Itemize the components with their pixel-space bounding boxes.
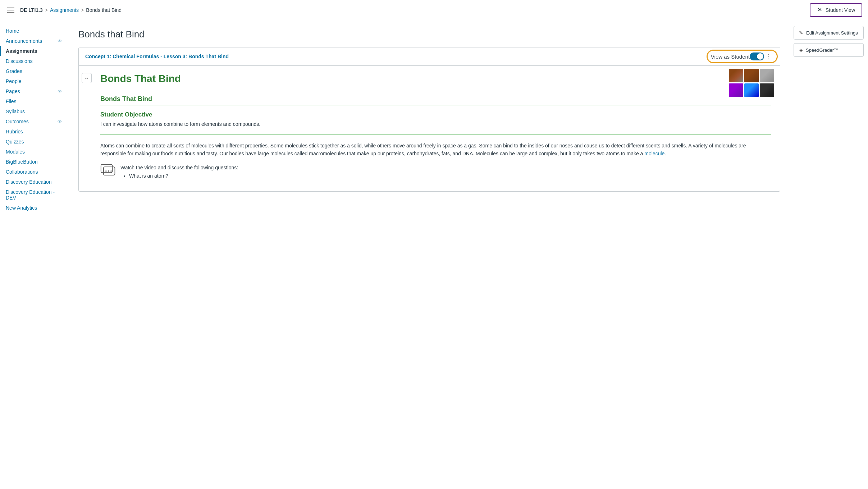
page-layout: Home Announcements 👁 Assignments Discuss…	[0, 20, 868, 489]
discussion-questions-list: What is an atom?	[129, 172, 238, 180]
video-prompt-text: Watch the video and discuss the followin…	[120, 164, 238, 172]
expand-button[interactable]: ↔	[82, 73, 92, 83]
hamburger-line-3	[7, 12, 14, 13]
more-options-button[interactable]: ⋮	[764, 52, 773, 60]
svg-point-4	[110, 170, 112, 172]
concept-label: Concept 1: Chemical Formulas - Lesson 3:…	[85, 54, 229, 59]
page-title: Bonds that Bind	[78, 29, 780, 40]
hamburger-line-1	[7, 8, 14, 8]
hamburger-line-2	[7, 10, 14, 10]
view-as-student-label: View as Student	[711, 54, 750, 60]
section-divider	[100, 134, 771, 134]
section1-heading: Bonds That Bind	[100, 95, 771, 105]
speedgrader-button[interactable]: ◈ SpeedGrader™	[794, 43, 864, 57]
edit-assignment-label: Edit Assignment Settings	[806, 30, 858, 36]
sidebar-label-discovery-education-dev: Discovery Education - DEV	[6, 189, 62, 201]
content-inner: Bonds That Bind Bonds That Bind Student …	[100, 73, 771, 180]
assignments-breadcrumb-link[interactable]: Assignments	[50, 7, 79, 13]
sidebar-item-home[interactable]: Home	[0, 26, 68, 36]
sidebar-item-collaborations[interactable]: Collaborations	[0, 167, 68, 177]
visibility-icon-pages: 👁	[58, 89, 62, 94]
body-paragraph: Atoms can combine to create all sorts of…	[100, 142, 771, 158]
sidebar-item-discovery-education[interactable]: Discovery Education	[0, 177, 68, 187]
sidebar-label-rubrics: Rubrics	[6, 129, 23, 134]
content-body: ↔ Bonds That Bind Bonds That Bind Studen…	[79, 66, 780, 191]
edit-assignment-icon: ✎	[799, 30, 803, 36]
course-label: DE LTI1.3	[20, 7, 43, 13]
sidebar-label-people: People	[6, 78, 22, 84]
student-view-button[interactable]: 👁 Student View	[810, 3, 862, 17]
body-text-end: .	[664, 151, 666, 156]
sidebar-item-bigbluebutton[interactable]: BigBlueButton	[0, 157, 68, 167]
mineral-image-4	[729, 83, 743, 97]
student-objective-text: I can investigate how atoms combine to f…	[100, 121, 771, 127]
student-view-icon: 👁	[817, 7, 823, 13]
content-main-title: Bonds That Bind	[100, 73, 771, 84]
sidebar-label-assignments: Assignments	[6, 48, 37, 54]
svg-point-2	[105, 170, 107, 172]
video-discussion-section: Watch the video and discuss the followin…	[100, 164, 771, 181]
view-as-student-wrapper: View as Student ⋮	[711, 52, 773, 60]
lesson-images-grid	[729, 69, 774, 97]
sidebar-label-home: Home	[6, 28, 19, 34]
expand-icon: ↔	[84, 75, 89, 81]
sidebar-label-discussions: Discussions	[6, 58, 33, 64]
top-navigation: DE LTI1.3 > Assignments > Bonds that Bin…	[0, 0, 868, 20]
mineral-image-3	[760, 69, 774, 82]
main-content: Bonds that Bind Concept 1: Chemical Form…	[68, 20, 789, 489]
video-text-container: Watch the video and discuss the followin…	[120, 164, 238, 181]
breadcrumb-sep-1: >	[45, 7, 48, 13]
speedgrader-label: SpeedGrader™	[806, 47, 839, 53]
student-view-label: Student View	[826, 7, 855, 13]
molecule-link[interactable]: molecule	[644, 151, 664, 156]
visibility-icon-outcomes: 👁	[58, 119, 62, 124]
sidebar-label-bigbluebutton: BigBlueButton	[6, 159, 38, 165]
mineral-image-1	[729, 69, 743, 82]
speedgrader-icon: ◈	[799, 47, 803, 53]
breadcrumb-sep-2: >	[81, 7, 84, 13]
sidebar-label-announcements: Announcements	[6, 38, 42, 44]
right-sidebar: ✎ Edit Assignment Settings ◈ SpeedGrader…	[789, 20, 868, 489]
view-as-student-toggle[interactable]	[750, 52, 764, 60]
sidebar-label-files: Files	[6, 99, 17, 104]
sidebar-label-pages: Pages	[6, 88, 20, 94]
sidebar-item-people[interactable]: People	[0, 76, 68, 86]
breadcrumb: DE LTI1.3 > Assignments > Bonds that Bin…	[20, 7, 122, 13]
sidebar-item-pages[interactable]: Pages 👁	[0, 86, 68, 96]
sidebar-label-modules: Modules	[6, 149, 25, 155]
svg-rect-1	[104, 167, 115, 175]
mineral-image-6	[760, 83, 774, 97]
mineral-image-5	[744, 83, 759, 97]
discussion-question-1: What is an atom?	[129, 172, 238, 180]
sidebar-item-rubrics[interactable]: Rubrics	[0, 127, 68, 137]
sidebar-item-quizzes[interactable]: Quizzes	[0, 137, 68, 147]
sidebar-label-syllabus: Syllabus	[6, 109, 25, 114]
sidebar-label-discovery-education: Discovery Education	[6, 179, 52, 185]
assignment-content-card: Concept 1: Chemical Formulas - Lesson 3:…	[78, 47, 780, 192]
sidebar-label-collaborations: Collaborations	[6, 169, 38, 175]
left-sidebar: Home Announcements 👁 Assignments Discuss…	[0, 20, 68, 489]
student-objective-heading: Student Objective	[100, 111, 771, 118]
sidebar-label-grades: Grades	[6, 68, 22, 74]
sidebar-item-discussions[interactable]: Discussions	[0, 56, 68, 66]
hamburger-menu-button[interactable]	[6, 6, 16, 14]
sidebar-item-files[interactable]: Files	[0, 96, 68, 106]
sidebar-item-announcements[interactable]: Announcements 👁	[0, 36, 68, 46]
content-card-header: Concept 1: Chemical Formulas - Lesson 3:…	[79, 47, 780, 66]
sidebar-item-new-analytics[interactable]: New Analytics	[0, 203, 68, 213]
current-page-breadcrumb: Bonds that Bind	[86, 7, 122, 13]
sidebar-item-discovery-education-dev[interactable]: Discovery Education - DEV	[0, 187, 68, 203]
mineral-image-2	[744, 69, 759, 82]
sidebar-label-quizzes: Quizzes	[6, 139, 24, 145]
edit-assignment-settings-button[interactable]: ✎ Edit Assignment Settings	[794, 26, 864, 40]
sidebar-label-outcomes: Outcomes	[6, 119, 29, 124]
svg-point-3	[108, 170, 109, 172]
sidebar-item-syllabus[interactable]: Syllabus	[0, 106, 68, 116]
sidebar-label-new-analytics: New Analytics	[6, 205, 37, 211]
visibility-icon-announcements: 👁	[58, 38, 62, 44]
chat-bubble-icon	[100, 164, 116, 177]
sidebar-item-assignments[interactable]: Assignments	[0, 46, 68, 56]
sidebar-item-grades[interactable]: Grades	[0, 66, 68, 76]
sidebar-item-outcomes[interactable]: Outcomes 👁	[0, 116, 68, 127]
sidebar-item-modules[interactable]: Modules	[0, 147, 68, 157]
